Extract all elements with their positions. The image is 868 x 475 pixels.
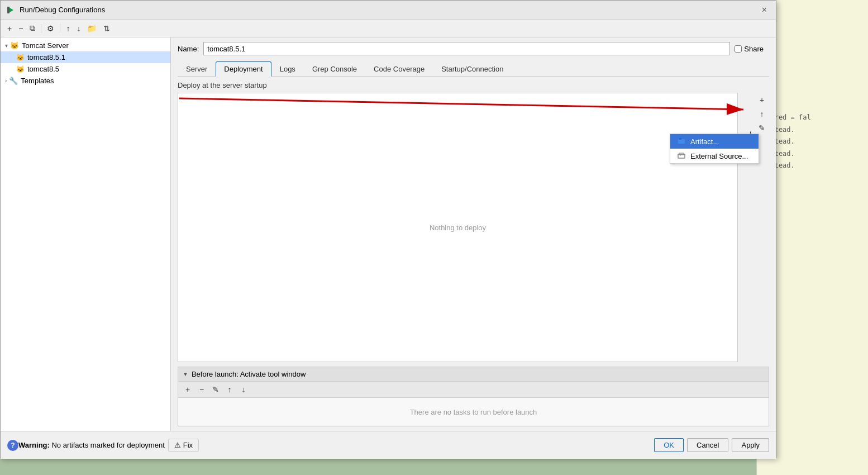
dialog-title: Run/Debug Configurations [20, 6, 105, 14]
svg-rect-1 [7, 7, 9, 13]
before-launch-up-btn[interactable]: ↑ [223, 383, 236, 396]
title-bar-left: Run/Debug Configurations [6, 6, 105, 15]
tree-item-label-tomcat851: tomcat8.5.1 [27, 53, 65, 61]
tab-grep-console[interactable]: Grep Console [304, 61, 365, 77]
external-source-label: External Source... [690, 152, 748, 160]
svg-rect-4 [678, 139, 685, 144]
share-label: Share [735, 45, 764, 53]
deploy-label: Deploy at the server startup [178, 81, 769, 89]
settings-button[interactable]: ⚙ [45, 23, 56, 34]
tree-templates[interactable]: › 🔧 Templates [1, 75, 170, 87]
templates-label: Templates [21, 77, 54, 85]
before-launch-header: ▼ Before launch: Activate tool window [178, 367, 769, 382]
cancel-button[interactable]: Cancel [687, 438, 728, 452]
artifact-label: Artifact... [690, 137, 719, 146]
move-down-button[interactable]: ↓ [74, 23, 83, 34]
no-tasks-text: There are no tasks to run before launch [410, 408, 537, 416]
deploy-edit-button[interactable]: ✎ [756, 122, 768, 134]
remove-config-button[interactable]: − [16, 23, 25, 34]
tabs-row: Server Deployment Logs Grep Console Code… [178, 61, 769, 77]
deploy-add-button[interactable]: + [756, 94, 768, 106]
deploy-up-button[interactable]: ↑ [756, 108, 768, 120]
warning-text: Warning: No artifacts marked for deploym… [18, 441, 165, 449]
copy-config-button[interactable]: ⧉ [27, 22, 37, 34]
toolbar: + − ⧉ ⚙ ↑ ↓ 📁 ⇅ [1, 20, 776, 37]
title-bar: Run/Debug Configurations × [1, 1, 776, 20]
name-label: Name: [178, 45, 199, 53]
tomcat-server-icon: 🐱 [10, 41, 19, 50]
warning-area: ⚠ Warning: No artifacts marked for deplo… [7, 439, 199, 452]
apply-button[interactable]: Apply [732, 438, 769, 452]
fix-warning-icon: ⚠ [174, 441, 181, 449]
right-panel: Name: Share Server Deployment Logs Grep … [171, 37, 776, 431]
content-area: ▾ 🐱 Tomcat Server 🐱 tomcat8.5.1 🐱 tomcat… [1, 37, 776, 431]
run-debug-icon [6, 6, 15, 15]
before-launch-add-btn[interactable]: + [182, 383, 194, 396]
before-launch-remove-btn[interactable]: − [195, 383, 208, 396]
share-checkbox[interactable] [735, 45, 742, 53]
ok-button[interactable]: OK [654, 438, 684, 452]
tomcat-server-label: Tomcat Server [22, 41, 69, 50]
tab-server[interactable]: Server [178, 61, 216, 77]
before-launch-edit-btn[interactable]: ✎ [209, 383, 222, 396]
tree-item-tomcat851[interactable]: 🐱 tomcat8.5.1 [1, 51, 170, 63]
artifact-icon [677, 137, 686, 146]
help-button[interactable]: ? [7, 440, 18, 451]
name-row: Name: Share [178, 42, 769, 55]
tree-tomcat-server-group[interactable]: ▾ 🐱 Tomcat Server [1, 40, 170, 51]
tab-logs[interactable]: Logs [271, 61, 304, 77]
dialog-buttons: OK Cancel Apply [654, 438, 769, 452]
before-launch-down-btn[interactable]: ↓ [237, 383, 250, 396]
name-input[interactable] [203, 42, 730, 55]
external-source-icon [677, 151, 686, 160]
bottom-bar: ⚠ Warning: No artifacts marked for deplo… [1, 431, 776, 459]
deploy-section: Deploy at the server startup Nothing to … [178, 77, 769, 431]
before-launch-section: ▼ Before launch: Activate tool window + … [178, 367, 769, 426]
tab-deployment[interactable]: Deployment [216, 61, 271, 77]
before-launch-toolbar: + − ✎ ↑ ↓ [178, 382, 769, 398]
deploy-empty-text: Nothing to deploy [430, 224, 486, 232]
dropdown-menu: Artifact... External Source... [670, 134, 759, 164]
fix-button[interactable]: ⚠ Fix [168, 439, 199, 452]
close-button[interactable]: × [759, 4, 770, 16]
move-up-button[interactable]: ↑ [64, 23, 72, 34]
svg-rect-5 [679, 138, 681, 140]
tree-item-tomcat85[interactable]: 🐱 tomcat8.5 [1, 63, 170, 75]
templates-icon: 🔧 [9, 77, 18, 85]
tomcat-item-icon-2: 🐱 [16, 65, 25, 73]
tab-startup-connection[interactable]: Startup/Connection [433, 61, 512, 77]
tree-item-label-tomcat85: tomcat8.5 [27, 65, 59, 73]
dropdown-item-artifact[interactable]: Artifact... [670, 134, 759, 149]
add-config-button[interactable]: + [5, 23, 14, 34]
before-launch-label: Before launch: Activate tool window [192, 370, 306, 378]
folder-button[interactable]: 📁 [85, 23, 99, 34]
before-launch-body: There are no tasks to run before launch [178, 398, 769, 426]
collapse-icon[interactable]: ▼ [183, 371, 188, 377]
templates-expand-icon: › [5, 78, 7, 84]
tree-panel: ▾ 🐱 Tomcat Server 🐱 tomcat8.5.1 🐱 tomcat… [1, 37, 171, 431]
tab-content-deployment: Deploy at the server startup Nothing to … [178, 77, 769, 431]
tomcat-item-icon-1: 🐱 [16, 54, 25, 61]
deploy-list-area: Nothing to deploy [178, 93, 738, 362]
tab-code-coverage[interactable]: Code Coverage [365, 61, 433, 77]
expand-icon: ▾ [5, 42, 8, 49]
run-debug-dialog: Run/Debug Configurations × + − ⧉ ⚙ ↑ ↓ 📁… [0, 0, 776, 458]
toolbar-divider-2 [60, 24, 60, 33]
sort-button[interactable]: ⇅ [101, 23, 112, 34]
dropdown-item-external-source[interactable]: External Source... [670, 149, 759, 163]
toolbar-divider-1 [41, 24, 41, 33]
